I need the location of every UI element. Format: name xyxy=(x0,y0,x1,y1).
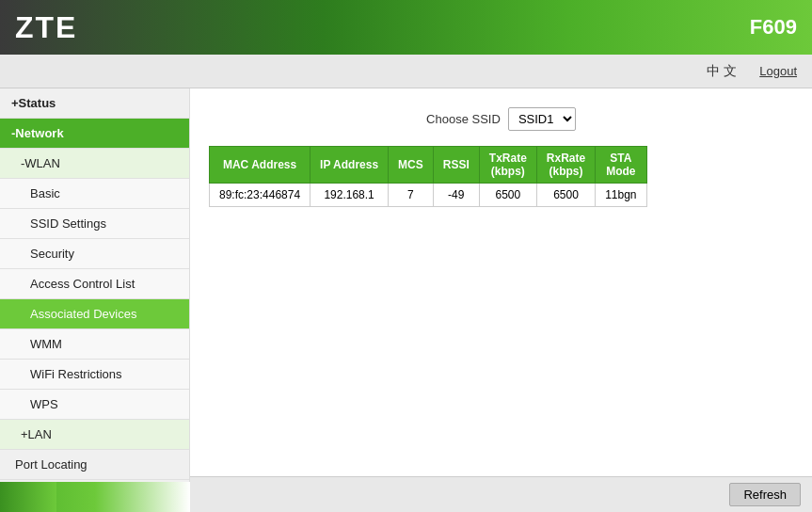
cell-rssi: -49 xyxy=(433,184,479,207)
header: ZTE F609 xyxy=(0,0,812,55)
logo: ZTE xyxy=(15,10,77,45)
sidebar-footer-stripe xyxy=(0,482,56,512)
main-content: Choose SSID SSID1 SSID2 SSID3 SSID4 MAC … xyxy=(190,88,812,512)
col-rxrate: RxRate(kbps) xyxy=(536,147,595,184)
sidebar-item-ssid-settings[interactable]: SSID Settings xyxy=(0,209,189,239)
sidebar-item-wlan[interactable]: -WLAN xyxy=(0,149,189,179)
cell-mcs: 7 xyxy=(389,184,434,207)
col-rssi: RSSI xyxy=(433,147,479,184)
cell-txrate: 6500 xyxy=(479,184,536,207)
col-ip: IP Address xyxy=(310,147,389,184)
col-mac: MAC Address xyxy=(210,147,310,184)
sidebar-item-wps[interactable]: WPS xyxy=(0,390,189,420)
ssid-select[interactable]: SSID1 SSID2 SSID3 SSID4 xyxy=(508,107,576,131)
sidebar-item-lan[interactable]: +LAN xyxy=(0,420,189,450)
bottom-bar: Refresh xyxy=(190,476,812,512)
main-layout: +Status -Network -WLAN Basic SSID Settin… xyxy=(0,88,812,512)
sidebar-item-associated-devices[interactable]: Associated Devices xyxy=(0,299,189,329)
devices-table: MAC Address IP Address MCS RSSI TxRate(k… xyxy=(209,146,647,207)
sidebar-item-wmm[interactable]: WMM xyxy=(0,329,189,360)
sidebar-item-security[interactable]: Security xyxy=(0,239,189,269)
cell-sta-mode: 11bgn xyxy=(596,184,646,207)
ssid-chooser: Choose SSID SSID1 SSID2 SSID3 SSID4 xyxy=(209,107,793,131)
sidebar-item-basic[interactable]: Basic xyxy=(0,179,189,209)
table-row: 89:fc:23:446874 192.168.1 7 -49 6500 650… xyxy=(210,184,647,207)
sidebar-item-status[interactable]: +Status xyxy=(0,88,189,119)
logout-link[interactable]: Logout xyxy=(759,64,797,78)
col-txrate: TxRate(kbps) xyxy=(479,147,536,184)
topbar: 中 文 Logout xyxy=(0,55,812,88)
cell-rxrate: 6500 xyxy=(536,184,595,207)
sidebar-item-port-locating[interactable]: Port Locating xyxy=(0,450,189,480)
model-label: F609 xyxy=(750,15,797,40)
sidebar-footer xyxy=(0,482,190,512)
col-sta-mode: STAMode xyxy=(596,147,646,184)
sidebar-item-network[interactable]: -Network xyxy=(0,119,189,149)
sidebar-item-access-control[interactable]: Access Control List xyxy=(0,269,189,299)
cell-mac: 89:fc:23:446874 xyxy=(210,184,310,207)
refresh-button[interactable]: Refresh xyxy=(729,483,801,506)
cell-ip: 192.168.1 xyxy=(310,184,389,207)
language-switch[interactable]: 中 文 xyxy=(707,63,737,80)
col-mcs: MCS xyxy=(389,147,434,184)
sidebar: +Status -Network -WLAN Basic SSID Settin… xyxy=(0,88,190,512)
ssid-label: Choose SSID xyxy=(426,112,501,126)
sidebar-item-wifi-restrictions[interactable]: WiFi Restrictions xyxy=(0,360,189,390)
